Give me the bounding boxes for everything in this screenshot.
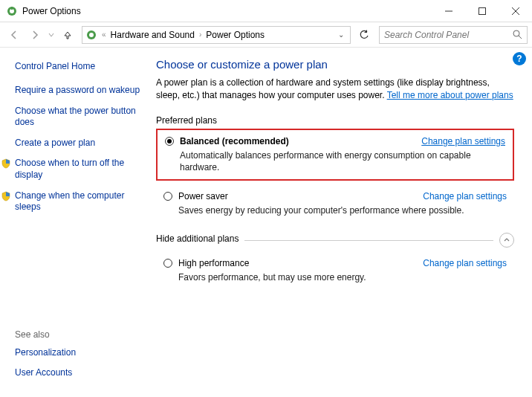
maximize-button[interactable] xyxy=(465,0,499,22)
sidebar-item-label: Require a password on wakeup xyxy=(15,85,141,97)
svg-rect-2 xyxy=(11,7,13,10)
divider xyxy=(244,240,493,241)
tell-me-more-link[interactable]: Tell me more about power plans xyxy=(387,90,513,100)
sidebar-item-label: User Accounts xyxy=(15,367,141,379)
sidebar-item-label: Choose when to turn off the display xyxy=(15,158,141,181)
minimize-button[interactable] xyxy=(432,0,465,22)
shield-icon xyxy=(1,191,11,201)
search-input[interactable] xyxy=(384,30,513,40)
sidebar-require-password[interactable]: Require a password on wakeup xyxy=(15,85,141,97)
plan-name[interactable]: High performance xyxy=(178,258,423,268)
plan-power-saver-radio[interactable] xyxy=(163,192,172,201)
change-plan-settings-power-saver[interactable]: Change plan settings xyxy=(423,191,507,201)
page-heading: Choose or customize a power plan xyxy=(156,58,514,71)
chevron-right-icon: › xyxy=(199,30,201,39)
sidebar-item-label: Personalization xyxy=(15,347,141,359)
breadcrumb-hardware-sound[interactable]: Hardware and Sound xyxy=(111,30,195,40)
shield-icon xyxy=(1,158,11,169)
plan-high-performance: High performance Change plan settings Fa… xyxy=(156,252,514,289)
search-icon[interactable] xyxy=(513,30,522,39)
change-plan-settings-balanced[interactable]: Change plan settings xyxy=(421,136,505,146)
breadcrumb[interactable]: « Hardware and Sound › Power Options ⌄ xyxy=(82,26,351,44)
plan-description: Saves energy by reducing your computer's… xyxy=(178,204,507,216)
plan-high-performance-radio[interactable] xyxy=(163,259,172,268)
sidebar-item-label: Change when the computer sleeps xyxy=(15,190,141,213)
breadcrumb-power-options[interactable]: Power Options xyxy=(206,30,265,40)
window-title: Power Options xyxy=(22,6,432,16)
sidebar-create-plan[interactable]: Create a power plan xyxy=(15,138,141,149)
recent-dropdown[interactable] xyxy=(46,25,56,45)
plan-balanced-radio[interactable] xyxy=(165,137,174,146)
see-also-heading: See also xyxy=(15,329,141,340)
help-icon[interactable]: ? xyxy=(513,52,526,65)
collapse-button[interactable] xyxy=(499,233,514,248)
plan-description: Favors performance, but may use more ene… xyxy=(178,271,507,283)
svg-line-10 xyxy=(519,36,522,39)
hide-additional-plans-heading: Hide additional plans xyxy=(156,233,239,244)
back-button[interactable] xyxy=(4,25,24,45)
up-button[interactable] xyxy=(58,25,77,45)
sidebar-item-label: Choose what the power button does xyxy=(15,106,141,129)
see-also-user-accounts[interactable]: User Accounts xyxy=(15,367,141,379)
breadcrumb-dropdown[interactable]: ⌄ xyxy=(335,30,347,39)
breadcrumb-icon xyxy=(85,29,97,41)
close-button[interactable] xyxy=(499,0,532,22)
sidebar-item-label: Create a power plan xyxy=(15,138,141,149)
plan-description: Automatically balances performance with … xyxy=(180,149,505,173)
svg-rect-4 xyxy=(479,7,485,14)
plan-name[interactable]: Balanced (recommended) xyxy=(180,136,421,146)
plan-balanced: Balanced (recommended) Change plan setti… xyxy=(156,129,514,181)
page-description: A power plan is a collection of hardware… xyxy=(156,77,514,102)
plan-power-saver: Power saver Change plan settings Saves e… xyxy=(156,185,514,222)
plan-name[interactable]: Power saver xyxy=(178,191,423,201)
preferred-plans-heading: Preferred plans xyxy=(156,115,514,126)
change-plan-settings-high-performance[interactable]: Change plan settings xyxy=(423,258,507,268)
breadcrumb-ellipsis[interactable]: « xyxy=(102,30,106,39)
see-also-personalization[interactable]: Personalization xyxy=(15,347,141,359)
forward-button[interactable] xyxy=(25,25,45,45)
sidebar-computer-sleeps[interactable]: Change when the computer sleeps xyxy=(1,190,141,213)
refresh-button[interactable] xyxy=(355,26,373,44)
sidebar-power-button[interactable]: Choose what the power button does xyxy=(15,106,141,129)
app-icon xyxy=(6,5,18,17)
sidebar-turn-off-display[interactable]: Choose when to turn off the display xyxy=(1,158,141,181)
svg-point-9 xyxy=(513,30,519,36)
control-panel-home-link[interactable]: Control Panel Home xyxy=(15,61,141,71)
search-box[interactable] xyxy=(379,26,528,44)
svg-point-8 xyxy=(89,33,94,37)
